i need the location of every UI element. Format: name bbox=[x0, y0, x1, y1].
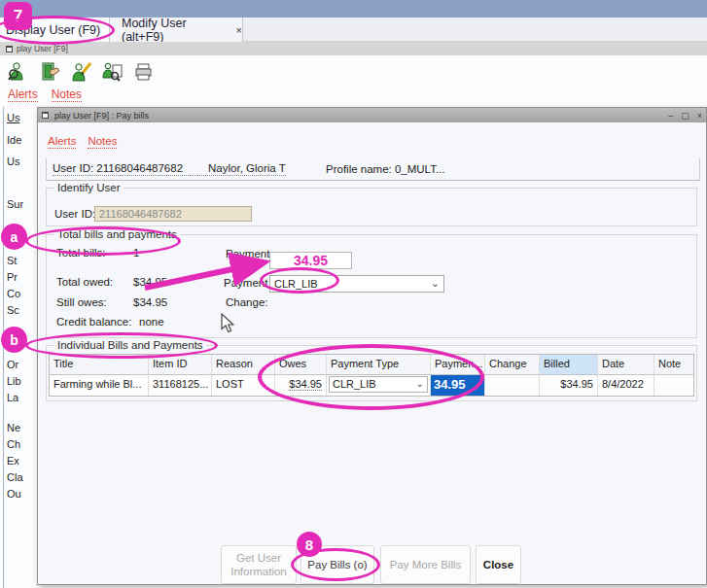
fragment-label: Ou bbox=[7, 488, 21, 500]
row-payment-type-value: CLR_LIB bbox=[333, 378, 376, 390]
col-owes[interactable]: Owes bbox=[275, 355, 327, 375]
fragment-label: Cla bbox=[7, 471, 23, 483]
credit-balance-value: none bbox=[139, 316, 164, 328]
notes-link[interactable]: Notes bbox=[52, 88, 82, 102]
total-owed-value: $34.95 bbox=[133, 276, 167, 288]
col-payment[interactable]: Paymen... bbox=[431, 355, 485, 375]
fragment-label: Ex bbox=[7, 455, 19, 467]
tab-close-icon[interactable]: × bbox=[236, 24, 242, 36]
alerts-link[interactable]: Alerts bbox=[8, 88, 38, 102]
totals-legend: Total bills and payments bbox=[54, 228, 180, 240]
workflows-app: Display User (F9) Modify User (alt+F9) ×… bbox=[0, 0, 707, 588]
close-button[interactable]: Close bbox=[476, 545, 521, 584]
dialog-alerts-link[interactable]: Alerts bbox=[48, 135, 76, 149]
mouse-cursor-icon bbox=[221, 313, 234, 333]
profile-name-text: Profile name: 0_MULT... bbox=[326, 163, 445, 175]
pay-bills-icon[interactable] bbox=[39, 61, 62, 83]
print-icon[interactable] bbox=[132, 61, 156, 83]
cell-item-id: 31168125... bbox=[149, 375, 212, 396]
close-icon[interactable]: × bbox=[697, 111, 702, 121]
col-change[interactable]: Change bbox=[485, 355, 540, 375]
fragment-label: Ch bbox=[7, 438, 20, 450]
mdi-caption-bar: play User [F9] bbox=[0, 42, 707, 55]
fragment-label: Us bbox=[7, 156, 19, 167]
change-label: Change: bbox=[226, 296, 267, 308]
cell-billed: $34.95 bbox=[540, 375, 598, 396]
fragment-label: La bbox=[7, 392, 18, 403]
chevron-down-icon: ⌄ bbox=[416, 377, 424, 391]
chevron-down-icon: ⌄ bbox=[431, 276, 440, 291]
col-payment-type[interactable]: Payment Type bbox=[327, 355, 431, 375]
payment-input[interactable]: 34.95 bbox=[269, 252, 352, 269]
pay-bills-button[interactable]: Pay Bills (o) bbox=[300, 545, 374, 584]
payment-type-select[interactable]: CLR_LIB ⌄ bbox=[269, 275, 444, 293]
cell-change bbox=[485, 375, 540, 396]
toolbar bbox=[0, 55, 707, 88]
bills-table-header: Title Item ID Reason Owes Payment Type P… bbox=[50, 355, 693, 375]
cell-date: 8/4/2022 bbox=[598, 375, 654, 396]
individual-bills-group: Individual Bills and Payments Title Item… bbox=[46, 345, 697, 401]
tab-display-user-label: Display User (F9) bbox=[6, 23, 100, 37]
dialog-window-icon bbox=[42, 112, 49, 119]
tab-modify-user[interactable]: Modify User (alt+F9) × bbox=[110, 17, 243, 42]
col-note[interactable]: Note bbox=[654, 355, 693, 375]
modify-user-icon[interactable] bbox=[70, 61, 93, 83]
row-payment-type-select[interactable]: CLR_LIB ⌄ bbox=[329, 376, 428, 393]
cell-reason: LOST bbox=[212, 375, 275, 396]
col-title[interactable]: Title bbox=[50, 355, 149, 375]
user-name-text: Naylor, Gloria T bbox=[208, 162, 286, 174]
cell-payment-type[interactable]: CLR_LIB ⌄ bbox=[327, 375, 431, 396]
cell-title: Farming while Bl... bbox=[50, 375, 149, 396]
underlying-window-border bbox=[3, 107, 4, 588]
annotation-b-badge: b bbox=[1, 327, 27, 353]
payment-label: Payment: bbox=[226, 248, 273, 259]
get-user-information-button[interactable]: Get User Information bbox=[221, 545, 297, 584]
fragment-label: Sur bbox=[7, 198, 23, 210]
table-row[interactable]: Farming while Bl... 31168125... LOST $34… bbox=[50, 375, 693, 396]
bills-table: Title Item ID Reason Owes Payment Type P… bbox=[49, 354, 694, 397]
cell-owes: $34.95 bbox=[275, 375, 327, 396]
identify-user-legend: Identify User bbox=[54, 182, 124, 193]
total-bills-value: 1 bbox=[133, 247, 139, 259]
user-id-field: 21168046487682 bbox=[94, 206, 252, 222]
dialog-links: Alerts Notes bbox=[48, 135, 117, 149]
fragment-label: Or bbox=[7, 359, 18, 370]
fragment-label: Pr bbox=[7, 271, 18, 283]
fragment-label: Lib bbox=[7, 375, 21, 387]
app-titlebar bbox=[0, 0, 707, 17]
fragment-label: Ne bbox=[7, 422, 20, 433]
pay-bills-dialog: play User [F9] : Pay bills – ▢ × Alerts … bbox=[37, 107, 707, 585]
user-search-icon[interactable] bbox=[101, 61, 124, 83]
fragment-label: Co bbox=[7, 288, 20, 299]
fragment-label: Ide bbox=[7, 134, 21, 146]
mdi-caption: play User [F9] bbox=[17, 44, 68, 53]
annotation-a-badge: a bbox=[1, 224, 27, 250]
pay-more-bills-button[interactable]: Pay More Bills bbox=[380, 545, 471, 584]
tab-display-user[interactable]: Display User (F9) bbox=[0, 17, 110, 42]
minimize-icon[interactable]: – bbox=[668, 111, 673, 121]
identify-user-group: Identify User User ID: 21168046487682 bbox=[46, 188, 697, 226]
cell-note bbox=[654, 375, 693, 396]
col-date[interactable]: Date bbox=[598, 355, 654, 375]
total-owed-label: Total owed: bbox=[56, 276, 113, 288]
cell-payment-selected[interactable]: 34.95 bbox=[431, 375, 485, 396]
maximize-icon[interactable]: ▢ bbox=[681, 111, 689, 121]
user-summary-bar: User ID: 21168046487682Naylor, Gloria T … bbox=[46, 158, 700, 181]
still-owes-label: Still owes: bbox=[56, 296, 107, 308]
total-bills-label: Total bills: bbox=[56, 247, 106, 259]
main-links: Alerts Notes bbox=[8, 88, 82, 102]
window-icon bbox=[6, 46, 13, 52]
totals-group: Total bills and payments Total bills: 1 … bbox=[46, 234, 697, 338]
col-item-id[interactable]: Item ID bbox=[149, 355, 212, 375]
dialog-titlebar[interactable]: play User [F9] : Pay bills – ▢ × bbox=[38, 108, 706, 122]
individual-bills-legend: Individual Bills and Payments bbox=[54, 339, 206, 351]
col-billed[interactable]: Billed bbox=[540, 355, 598, 375]
still-owes-value: $34.95 bbox=[133, 296, 167, 308]
fragment-label: Sc bbox=[7, 304, 19, 316]
payment-type-value: CLR_LIB bbox=[274, 278, 318, 290]
credit-balance-label: Credit balance: bbox=[56, 316, 131, 328]
col-reason[interactable]: Reason bbox=[212, 355, 275, 375]
fragment-label: Us bbox=[7, 112, 19, 123]
dialog-notes-link[interactable]: Notes bbox=[88, 135, 117, 149]
display-user-icon[interactable] bbox=[8, 61, 31, 83]
